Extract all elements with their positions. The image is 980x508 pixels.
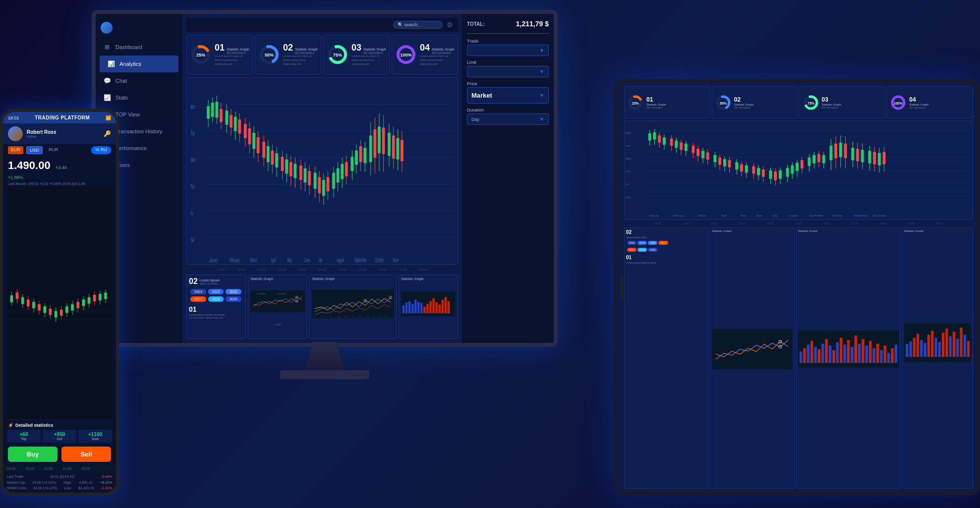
svg-text:May: May [741, 214, 747, 217]
svg-rect-39 [234, 117, 237, 131]
stat-label-top: Top [9, 437, 39, 441]
buy-button[interactable]: Buy [8, 447, 58, 462]
svg-rect-307 [839, 143, 842, 157]
last-trade-change: -0.44% [101, 474, 112, 479]
svg-rect-303 [829, 146, 832, 160]
timeline-04: 04:00 [7, 467, 16, 470]
svg-rect-162 [429, 301, 431, 313]
svg-rect-51 [262, 142, 265, 158]
svg-rect-241 [658, 135, 661, 143]
search-box[interactable]: 🔍 search... [393, 21, 443, 29]
price-value: Market [471, 92, 492, 99]
time-label-6: 04:00 [318, 268, 326, 271]
svg-rect-299 [817, 154, 820, 163]
price-select[interactable]: Market ▼ [467, 87, 549, 104]
svg-rect-153 [403, 305, 404, 314]
tablet-home-button[interactable] [620, 275, 623, 300]
svg-text:February: February [673, 214, 685, 217]
year-2019[interactable]: 2019 [208, 296, 224, 302]
low-value: $1,421.33 [78, 485, 94, 491]
svg-rect-243 [663, 137, 666, 145]
stat-info-01: 01 Statistic Graph All members Lorem ips… [215, 43, 249, 66]
svg-rect-161 [426, 304, 428, 313]
scene: ⊞ Dashboard 📊 Analytics 💬 Chat 📈 Stats [0, 0, 980, 508]
svg-rect-206 [93, 295, 96, 301]
svg-text:Thu: Thu [190, 183, 195, 190]
svg-text:April: April [721, 214, 727, 217]
tablet-screen: 25% 01 Statistic Graph All members 50% [617, 83, 976, 492]
tablet-year-row: 2014 2015 2016 2017 [626, 240, 706, 246]
svg-text:August: August [789, 214, 798, 217]
tablet-time-3: 01:00 [711, 222, 718, 225]
svg-rect-156 [411, 304, 413, 313]
stat-sublabel-02: All members [295, 51, 318, 55]
line-chart-title: Statistic Graph [250, 277, 305, 281]
tablet-donut-01: 25% [627, 94, 644, 112]
svg-rect-349 [817, 349, 820, 363]
tablet-line-svg [712, 233, 792, 465]
svg-rect-184 [32, 302, 35, 308]
tablet-time-4: 11:00 [739, 222, 746, 225]
stats-icon: 📈 [104, 94, 111, 101]
time-label-1: 04:00 [218, 268, 225, 271]
tablet-stat-card-01: 25% 01 Statistic Graph All members [624, 86, 710, 118]
svg-text:Wed: Wed [190, 156, 195, 163]
tablet-time-6: 04:00 [796, 222, 802, 225]
settings-icon[interactable]: ⚙ [447, 21, 453, 29]
sidebar-item-dashboard[interactable]: ⊞ Dashboard [96, 39, 182, 56]
year-2015[interactable]: 2015 [208, 289, 224, 294]
svg-rect-381 [938, 342, 940, 357]
analytics-icon: 📊 [108, 60, 115, 67]
year-2017[interactable]: 2017 [190, 296, 206, 302]
svg-text:October: October [832, 214, 843, 217]
svg-text:May: May [345, 316, 348, 318]
year-2020[interactable]: 2020 [226, 296, 241, 302]
svg-rect-158 [417, 302, 419, 313]
svg-rect-319 [873, 152, 876, 165]
svg-text:50%: 50% [265, 53, 274, 57]
price-label: Price [467, 81, 549, 86]
currency-usd[interactable]: USD [26, 146, 43, 154]
svg-text:Feb: Feb [322, 316, 325, 318]
svg-rect-103 [382, 127, 385, 154]
limit-chevron: ▼ [539, 69, 544, 74]
year-row: 2014 2015 2016 2017 2019 2020 [189, 287, 243, 303]
limit-select[interactable]: ▼ [467, 66, 549, 77]
sell-button[interactable]: Sell [61, 447, 111, 462]
sidebar-item-stats[interactable]: 📈 Stats [96, 89, 182, 106]
sidebar-item-analytics[interactable]: 📊 Analytics [100, 56, 178, 72]
year-2014[interactable]: 2014 [190, 289, 206, 294]
monitor-body: ⊞ Dashboard 📊 Analytics 💬 Chat 📈 Stats [92, 10, 558, 347]
svg-rect-89 [350, 157, 353, 171]
svg-text:25%: 25% [632, 102, 639, 105]
tablet-candlestick-svg: Mon Tue Wed Thu Fri Sat [625, 121, 973, 219]
svg-rect-269 [735, 162, 738, 169]
year-2016[interactable]: 2016 [226, 289, 241, 294]
currency-rur[interactable]: RUR [46, 146, 61, 154]
svg-rect-188 [43, 306, 46, 313]
svg-rect-47 [252, 133, 255, 149]
stat-label-now: Now [80, 437, 110, 441]
stat-desc-02: Lorem ipsum dolor sit amet consectetur a… [283, 55, 318, 66]
stat-card-04: 100% 04 Statistic Graph All members [392, 35, 458, 74]
trade-select[interactable]: ▼ [467, 45, 549, 56]
phone-screen: 18:01 TRADING PLATFORM 📶 Robert Ross onl… [3, 112, 116, 493]
sidebar-item-chat[interactable]: 💬 Chat [96, 72, 182, 89]
stat-card-01: 25% 01 Statistic Graph All members [186, 35, 253, 74]
svg-rect-363 [869, 341, 872, 363]
svg-rect-297 [812, 155, 815, 164]
svg-rect-357 [847, 340, 850, 363]
duration-select[interactable]: Day ▼ [467, 113, 549, 125]
stat-box-top: +60 Top [7, 430, 41, 443]
stat-info-03: 03 Statistic Graph All members Lorem ips… [351, 43, 386, 66]
currency-eur[interactable]: EUR [8, 146, 23, 154]
svg-text:Sep: Sep [373, 316, 376, 318]
donut-chart-03: 75% [327, 44, 348, 65]
duration-label: Duration [467, 108, 549, 113]
svg-rect-79 [327, 177, 330, 192]
svg-rect-45 [248, 128, 251, 144]
svg-rect-69 [304, 169, 307, 183]
svg-text:Apr: Apr [337, 316, 340, 318]
svg-rect-389 [967, 341, 970, 357]
svg-rect-379 [931, 331, 933, 357]
